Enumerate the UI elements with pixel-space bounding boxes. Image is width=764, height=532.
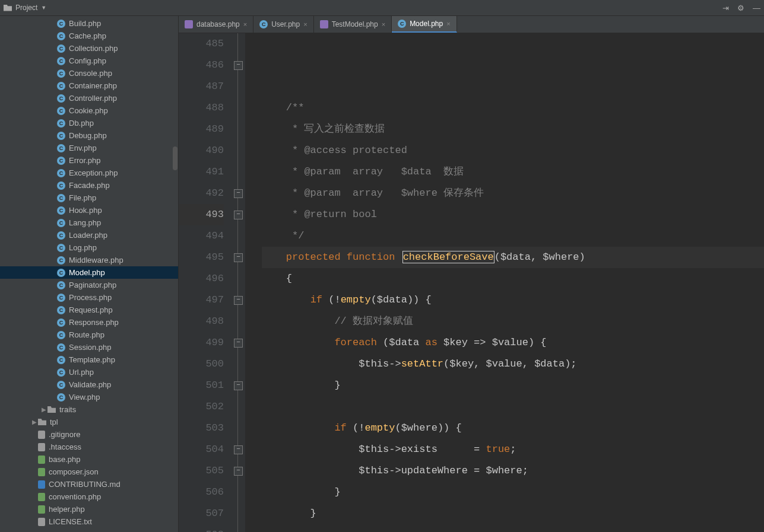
fold-toggle-icon[interactable]: −	[234, 445, 243, 454]
code-line[interactable]: protected function checkBeforeSave($data…	[262, 247, 764, 268]
tree-item[interactable]: base.php	[0, 453, 178, 466]
tree-item[interactable]: CMiddleware.php	[0, 254, 178, 266]
tree-item[interactable]: LICENSE.txt	[0, 515, 178, 528]
close-icon[interactable]: ×	[446, 20, 450, 27]
fold-toggle-icon[interactable]: −	[234, 253, 243, 262]
tree-item[interactable]: CRoute.php	[0, 329, 178, 341]
tree-item[interactable]: CFacade.php	[0, 179, 178, 192]
tree-item[interactable]: CError.php	[0, 154, 178, 167]
tree-item[interactable]: CRequest.php	[0, 304, 178, 316]
tree-item[interactable]: CLog.php	[0, 241, 178, 254]
tree-item[interactable]: CBuild.php	[0, 17, 178, 30]
tree-item[interactable]: CTemplate.php	[0, 353, 178, 366]
tree-item[interactable]: CValidate.php	[0, 378, 178, 391]
tree-item[interactable]: CFile.php	[0, 192, 178, 204]
tree-item[interactable]: CUrl.php	[0, 366, 178, 378]
collapse-icon[interactable]: ⇥	[722, 4, 729, 12]
editor-tab[interactable]: TestModel.php×	[314, 16, 392, 33]
code-line[interactable]: * @return bool	[262, 204, 764, 225]
tree-item[interactable]: CDb.php	[0, 117, 178, 129]
code-line[interactable]: if (!empty($where)) {	[262, 418, 764, 439]
code-line[interactable]: }	[262, 503, 764, 524]
code-line[interactable]: */	[262, 225, 764, 247]
tree-item[interactable]: convention.php	[0, 490, 178, 503]
code-line[interactable]: {	[262, 268, 764, 289]
file-name: Collection.php	[69, 44, 118, 53]
tree-item[interactable]: CException.php	[0, 167, 178, 179]
code-line[interactable]: }	[262, 482, 764, 503]
fold-toggle-icon[interactable]: −	[234, 61, 243, 70]
tree-item[interactable]: .gitignore	[0, 428, 178, 441]
fold-strip[interactable]: −−−−−−−−−	[232, 33, 245, 532]
tree-item[interactable]: CConsole.php	[0, 67, 178, 79]
tree-item[interactable]: CModel.php	[0, 266, 178, 279]
code-content[interactable]: /** * 写入之前检查数据 * @access protected * @pa…	[245, 33, 764, 532]
fold-toggle-icon[interactable]: −	[234, 467, 243, 476]
code-line[interactable]: // 数据对象赋值	[262, 311, 764, 332]
code-line[interactable]: $this->updateWhere = $where;	[262, 460, 764, 482]
tree-item[interactable]: CPaginator.php	[0, 279, 178, 291]
code-line[interactable]: * @param array $data 数据	[262, 161, 764, 183]
line-number: 496	[179, 268, 224, 289]
code-line[interactable]: * @param array $where 保存条件	[262, 183, 764, 204]
tree-item[interactable]: CONTRIBUTING.md	[0, 478, 178, 490]
code-line[interactable]: /**	[262, 97, 764, 119]
file-name: .htaccess	[49, 442, 81, 451]
tree-item[interactable]: CSession.php	[0, 341, 178, 353]
editor-tab[interactable]: database.php×	[179, 16, 253, 33]
tree-item[interactable]: CCookie.php	[0, 104, 178, 117]
close-icon[interactable]: ×	[303, 21, 307, 28]
fold-toggle-icon[interactable]: −	[234, 381, 243, 390]
fold-toggle-icon[interactable]: −	[234, 339, 243, 348]
tree-item[interactable]: ▶tpl	[0, 416, 178, 428]
php-icon: C	[259, 20, 268, 28]
tree-item[interactable]: CCache.php	[0, 30, 178, 42]
editor-tab[interactable]: CModel.php×	[392, 16, 457, 33]
code-line[interactable]: if (!empty($data)) {	[262, 289, 764, 311]
code-line[interactable]: $this->exists = true;	[262, 439, 764, 460]
tree-item[interactable]: CResponse.php	[0, 316, 178, 329]
tree-item[interactable]: ▶traits	[0, 403, 178, 416]
fold-toggle-icon[interactable]: −	[234, 296, 243, 305]
code-line[interactable]: * 写入之前检查数据	[262, 119, 764, 140]
gear-icon[interactable]: ⚙	[737, 4, 744, 12]
code-line[interactable]: * @access protected	[262, 140, 764, 161]
project-label: Project	[15, 4, 37, 12]
tree-item[interactable]: CHook.php	[0, 204, 178, 216]
tree-item[interactable]: CController.php	[0, 92, 178, 104]
tree-item[interactable]: .htaccess	[0, 441, 178, 453]
sidebar-scrollbar[interactable]	[173, 146, 177, 170]
tree-item[interactable]: CConfig.php	[0, 55, 178, 67]
tree-item[interactable]: helper.php	[0, 503, 178, 515]
fold-toggle-icon[interactable]: −	[234, 189, 243, 198]
tree-item[interactable]: composer.json	[0, 466, 178, 478]
php-icon: C	[57, 132, 65, 140]
code-line[interactable]: $this->setAttr($key, $value, $data);	[262, 353, 764, 375]
tree-item[interactable]: CCollection.php	[0, 42, 178, 55]
tree-item[interactable]: CDebug.php	[0, 129, 178, 142]
project-tree[interactable]: CBuild.phpCCache.phpCCollection.phpCConf…	[0, 16, 178, 532]
close-icon[interactable]: ×	[382, 21, 385, 28]
tab-label: database.php	[196, 20, 240, 28]
code-line[interactable]	[262, 524, 764, 532]
project-selector[interactable]: Project ▼	[4, 4, 46, 12]
tree-item[interactable]: CEnv.php	[0, 142, 178, 154]
tree-item[interactable]: CView.php	[0, 391, 178, 403]
file-name: Log.php	[69, 243, 97, 252]
code-line[interactable]: foreach ($data as $key => $value) {	[262, 332, 764, 353]
code-line[interactable]: }	[262, 375, 764, 396]
tree-item[interactable]: CProcess.php	[0, 291, 178, 304]
fold-toggle-icon[interactable]: −	[234, 211, 243, 219]
code-line[interactable]	[262, 396, 764, 418]
minimize-icon[interactable]: —	[753, 4, 760, 12]
expand-arrow-icon[interactable]: ▶	[40, 406, 47, 413]
php-icon: C	[57, 269, 65, 277]
close-icon[interactable]: ×	[243, 21, 247, 28]
tree-item[interactable]: CLang.php	[0, 216, 178, 229]
expand-arrow-icon[interactable]: ▶	[31, 419, 38, 425]
editor-tab[interactable]: CUser.php×	[253, 16, 313, 33]
code-editor[interactable]: 4854864874884894904914924934944954964974…	[179, 33, 764, 532]
code-line[interactable]	[262, 76, 764, 97]
tree-item[interactable]: CContainer.php	[0, 79, 178, 92]
tree-item[interactable]: CLoader.php	[0, 229, 178, 241]
